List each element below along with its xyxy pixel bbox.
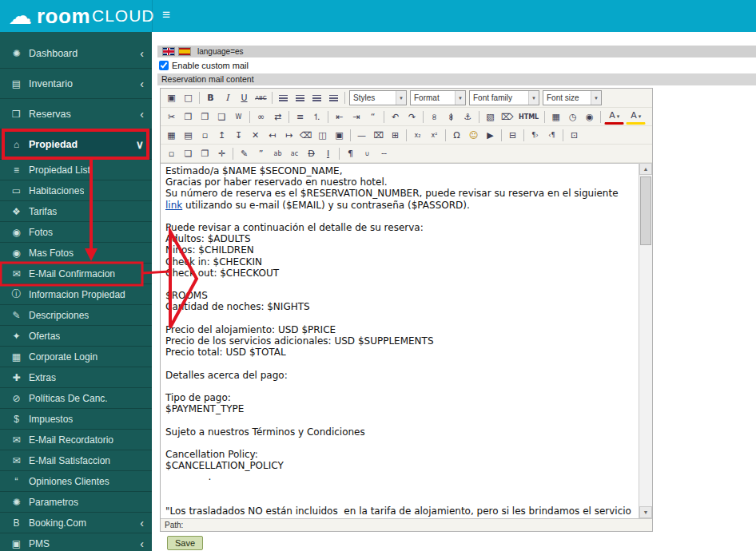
insert-date-button[interactable]: ▦ xyxy=(548,109,563,125)
sidebar-item-pol-ticas-de-canc[interactable]: ⊘Políticas De Canc. xyxy=(0,388,152,409)
toggle-guidelines-button[interactable]: ⊞ xyxy=(388,128,403,143)
sidebar-item-pms[interactable]: ▣PMS‹ xyxy=(0,533,152,551)
redo-button[interactable]: ↷ xyxy=(404,109,420,125)
insert-link-button[interactable]: ∞ xyxy=(427,109,442,125)
align-justify-button[interactable] xyxy=(326,90,341,105)
sidebar-item-informacion-propiedad[interactable]: ⓘInformacion Propiedad xyxy=(0,284,152,305)
format-dropdown[interactable]: Format▼ xyxy=(410,90,466,105)
sidebar-item-tarifas[interactable]: ❖Tarifas xyxy=(0,201,152,222)
delete-row-button[interactable]: ✕ xyxy=(248,128,263,143)
insert-column-before-button[interactable]: ↤ xyxy=(265,128,280,143)
acronym-button[interactable]: ac xyxy=(287,146,302,161)
styles-dropdown[interactable]: Styles▼ xyxy=(349,90,407,105)
scroll-down-arrow-icon[interactable]: ▼ xyxy=(639,506,652,518)
editor-link[interactable]: link xyxy=(165,200,182,211)
sidebar-item-descripciones[interactable]: ✎Descripciones xyxy=(0,305,152,326)
sidebar-item-inventario[interactable]: ▤Inventario‹ xyxy=(0,69,152,99)
find-replace-button[interactable]: ⇄ xyxy=(270,109,285,125)
deletion-button[interactable]: D xyxy=(304,146,319,161)
ltr-button[interactable]: ¶› xyxy=(527,128,543,143)
insert-table-button[interactable]: ▦ xyxy=(164,128,179,143)
sidebar-item-propiedad-list[interactable]: ≡Propiedad List xyxy=(0,160,152,180)
ordered-list-button[interactable]: ⒈ xyxy=(309,109,324,125)
delete-column-button[interactable]: ⌫ xyxy=(298,128,313,143)
editor-body[interactable]: Estimado/a $NAME $SECOND_NAME,Gracias po… xyxy=(161,163,639,518)
anchor-button[interactable]: ⚓ xyxy=(460,109,475,125)
html-source-button[interactable]: HTML xyxy=(516,109,541,125)
uk-flag-icon[interactable] xyxy=(162,47,175,56)
sidebar-item-reservas[interactable]: ❒Reservas‹ xyxy=(0,99,152,129)
subscript-button[interactable]: x₂ xyxy=(410,128,425,143)
nonbreaking-space-button[interactable]: ∪ xyxy=(360,146,375,161)
underline-button[interactable]: U xyxy=(237,90,252,105)
send-backward-button[interactable]: ❐ xyxy=(197,146,213,161)
bold-button[interactable]: B xyxy=(203,90,218,105)
sidebar-item-impuestos[interactable]: $Impuestos xyxy=(0,409,152,430)
superscript-button[interactable]: x² xyxy=(427,128,442,143)
bring-forward-button[interactable]: ❏ xyxy=(181,146,196,161)
emotions-button[interactable]: ☺ xyxy=(466,128,481,143)
special-character-button[interactable]: Ω xyxy=(449,128,464,143)
insert-layer-button[interactable]: ▫ xyxy=(164,146,179,161)
page-break-button[interactable]: ┄ xyxy=(376,146,392,161)
sidebar-item-mas-fotos[interactable]: ◉Mas Fotos xyxy=(0,243,152,264)
abbreviation-button[interactable]: ab xyxy=(270,146,285,161)
sidebar-item-propiedad[interactable]: ⌂Propiedad∨ xyxy=(0,129,152,160)
paste-as-text-button[interactable]: ❑ xyxy=(214,109,229,125)
save-button[interactable]: ▣ xyxy=(164,90,179,105)
italic-button[interactable]: I xyxy=(220,90,235,105)
undo-button[interactable]: ↶ xyxy=(388,109,403,125)
hamburger-menu-icon[interactable]: ≡ xyxy=(162,7,170,23)
sidebar-item-extras[interactable]: ✚Extras xyxy=(0,367,152,388)
spain-flag-icon[interactable] xyxy=(178,47,191,56)
outdent-button[interactable]: ⇤ xyxy=(332,109,347,125)
print-button[interactable]: ⊟ xyxy=(505,128,520,143)
enable-custom-mail-checkbox[interactable] xyxy=(159,61,169,70)
sidebar-item-ofertas[interactable]: ✦Ofertas xyxy=(0,326,152,347)
save-button[interactable]: Save xyxy=(167,536,203,550)
unordered-list-button[interactable]: ≡ xyxy=(292,109,308,125)
cut-button[interactable]: ✂ xyxy=(164,109,179,125)
insert-row-before-button[interactable]: ↥ xyxy=(214,128,229,143)
roomcloud-logo[interactable]: ☁ room CLOUD xyxy=(8,2,155,30)
text-color-button[interactable]: A xyxy=(604,109,624,125)
indent-button[interactable]: ⇥ xyxy=(348,109,364,125)
find-button[interactable]: ∞ xyxy=(253,109,269,125)
sidebar-item-e-mail-recordatorio[interactable]: ✉E-Mail Recordatorio xyxy=(0,430,152,450)
paste-from-word-button[interactable]: W xyxy=(231,109,246,125)
sidebar-item-habitaciones[interactable]: ▭Habitaciones xyxy=(0,180,152,201)
font-family-dropdown[interactable]: Font family▼ xyxy=(469,90,539,105)
align-center-button[interactable] xyxy=(292,90,308,105)
cleanup-code-button[interactable]: ⌦ xyxy=(499,109,515,125)
sidebar-item-fotos[interactable]: ◉Fotos xyxy=(0,222,152,243)
absolute-position-button[interactable]: ✛ xyxy=(214,146,229,161)
table-cell-properties-button[interactable]: ▫ xyxy=(197,128,213,143)
split-cells-button[interactable]: ◫ xyxy=(315,128,330,143)
insert-row-after-button[interactable]: ↧ xyxy=(231,128,246,143)
strikethrough-button[interactable]: ABC xyxy=(253,90,269,105)
font-size-dropdown[interactable]: Font size▼ xyxy=(543,90,602,105)
copy-button[interactable]: ❐ xyxy=(181,109,196,125)
sidebar-item-booking-com[interactable]: BBooking.Com‹ xyxy=(0,513,152,533)
sidebar-item-dashboard[interactable]: ✺Dashboard‹ xyxy=(0,38,152,69)
preview-button[interactable]: ◉ xyxy=(582,109,597,125)
rtl-button[interactable]: ‹¶ xyxy=(544,128,559,143)
remove-formatting-button[interactable]: ⌧ xyxy=(371,128,386,143)
horizontal-rule-button[interactable]: — xyxy=(354,128,369,143)
sidebar-item-e-mail-confirmacion[interactable]: ✉E-Mail Confirmacion xyxy=(0,264,152,284)
insertion-button[interactable]: I xyxy=(320,146,336,161)
unlink-button[interactable]: ∞ xyxy=(444,109,459,125)
citation-button[interactable]: ” xyxy=(253,146,269,161)
paste-button[interactable]: ❒ xyxy=(197,109,213,125)
scrollbar-thumb[interactable] xyxy=(640,176,651,245)
align-right-button[interactable] xyxy=(309,90,324,105)
new-document-button[interactable]: □ xyxy=(181,90,196,105)
edit-css-style-button[interactable]: ✎ xyxy=(237,146,252,161)
merge-cells-button[interactable]: ▣ xyxy=(332,128,347,143)
sidebar-item-e-mail-satisfaccion[interactable]: ✉E-Mail Satisfaccion xyxy=(0,450,152,471)
sidebar-item-opiniones-clientes[interactable]: “Opiniones Clientes xyxy=(0,471,152,492)
background-color-button[interactable]: A xyxy=(626,109,646,125)
align-left-button[interactable] xyxy=(276,90,291,105)
visual-characters-button[interactable]: ¶ xyxy=(343,146,358,161)
insert-column-after-button[interactable]: ↦ xyxy=(281,128,296,143)
